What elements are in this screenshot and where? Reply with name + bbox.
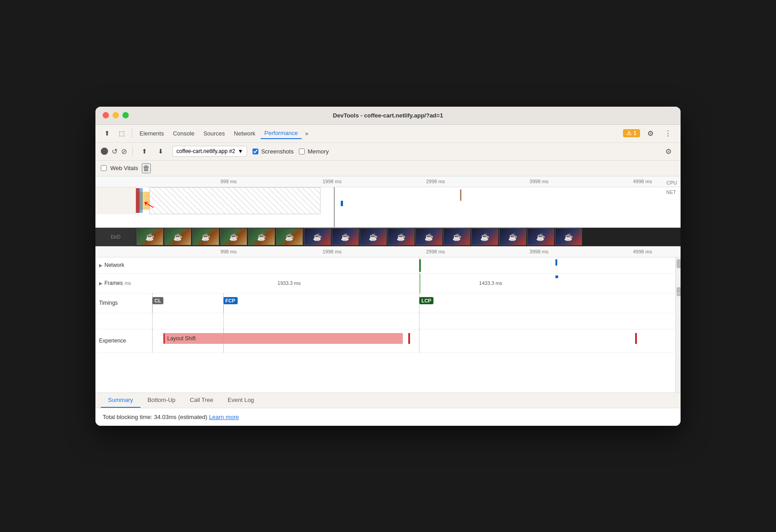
blocking-time-text: Total blocking time: 34.03ms (estimated) [103,414,208,420]
fcp-tick [223,304,224,313]
cursor-icon[interactable]: ⬆ [101,128,113,139]
screenshot-thumb-dark[interactable] [415,228,442,245]
frames-marker [555,275,558,278]
settings-icon[interactable]: ⚙ [644,127,657,140]
url-selector[interactable]: coffee-cart.netlify.app #2 ▼ [172,146,247,157]
experience-label-text: Experience [99,338,126,344]
record-button[interactable] [101,148,108,155]
alert-icon: ⚠ [627,130,632,136]
main-timeline: ▶ Network ▶ Frames ms [95,257,681,392]
tab-elements[interactable]: Elements [136,128,167,139]
upload-icon[interactable]: ⬆ [138,146,151,157]
ruler2-4998: 4998 ms [633,249,652,254]
more-options-icon[interactable]: ⋮ [661,127,675,140]
tab-call-tree[interactable]: Call Tree [183,393,221,408]
window-controls [103,112,129,118]
network-expand-icon[interactable]: ▶ [99,263,103,268]
learn-more-link[interactable]: Learn more [209,414,239,420]
fcp-tag: FCP [223,297,238,304]
timings-track-content: CL FCP LCP [136,293,681,313]
tab-event-log[interactable]: Event Log [221,393,262,408]
network-label: ▶ Network [95,262,136,268]
screenshot-thumb-dark[interactable] [304,228,331,245]
screenshot-thumb-dark[interactable] [527,228,554,245]
screenshot-thumb[interactable] [192,228,219,245]
hatched-region [149,187,320,214]
separator [132,129,132,138]
lcp-tag: LCP [419,297,433,304]
cls-tag: CL [152,297,163,304]
layout-shift-text: Layout Shift [167,335,196,342]
maximize-button[interactable] [122,112,129,118]
timeline-container: 998 ms 1998 ms 2998 ms 3998 ms 4998 ms C… [95,176,681,392]
clear-button[interactable]: ⊘ [121,147,127,156]
ruler2-3998: 3998 ms [529,249,548,254]
fcp-marker: FCP [223,297,238,304]
screenshot-thumb[interactable] [248,228,275,245]
screenshot-thumb-dark[interactable] [555,228,582,245]
ruler2-2998: 2998 ms [426,249,445,254]
bottom-content: Total blocking time: 34.03ms (estimated)… [95,408,681,426]
dropdown-arrow-icon: ▼ [238,148,243,154]
inspect-icon[interactable]: ⬚ [115,128,128,139]
tab-summary[interactable]: Summary [101,393,140,408]
main-toolbar: ⬆ ⬚ Elements Console Sources Network Per… [95,125,681,143]
screenshot-thumb-dark[interactable] [388,228,415,245]
frames-ms-unit: ms [125,280,131,286]
layout-shift-end [408,333,410,344]
tab-performance[interactable]: Performance [261,128,301,139]
performance-settings-icon[interactable]: ⚙ [662,145,675,158]
screenshot-thumb-dark[interactable] [332,228,359,245]
web-vitals-checkbox[interactable] [101,165,107,171]
screenshot-thumb[interactable] [136,228,163,245]
screenshot-thumb[interactable] [276,228,303,245]
frames-track-content: 1933.3 ms 1433.3 ms [136,274,681,293]
memory-checkbox[interactable] [299,149,305,154]
screenshot-thumb[interactable] [220,228,247,245]
experience-track-content: Layout Shift [136,329,681,352]
frames-expand-icon[interactable]: ▶ [99,281,103,286]
frames-dashed-line [419,274,420,293]
ruler2-1998: 1998 ms [322,249,341,254]
ruler-1998: 1998 ms [322,179,341,184]
timings-label: Timings [95,300,136,306]
trash-icon[interactable]: 🗑 [142,163,151,173]
more-tabs-icon[interactable]: » [303,128,310,139]
ruler-3998: 3998 ms [529,179,548,184]
screenshot-thumb-dark[interactable] [443,228,470,245]
window-title: DevTools - coffee-cart.netlify.app/?ad=1 [333,112,443,119]
exp-dashed2 [223,329,224,352]
network-track: ▶ Network [95,257,681,274]
memory-label: Memory [307,148,329,155]
network-bar2 [555,259,557,266]
frames-label-text: Frames [104,280,123,286]
empty-dashed3 [419,313,420,329]
tab-network[interactable]: Network [230,128,259,139]
minimize-button[interactable] [113,112,119,118]
empty-dashed1 [152,313,153,329]
screenshots-strip: EkID [95,228,681,247]
bottom-ruler: 998 ms 1998 ms 2998 ms 3998 ms 4998 ms [95,247,681,257]
tab-bottom-up[interactable]: Bottom-Up [140,393,183,408]
tab-sources[interactable]: Sources [200,128,229,139]
screenshot-thumb[interactable] [164,228,191,245]
net-label: NET [666,189,676,195]
separator2 [132,147,133,156]
screenshot-thumb-dark[interactable] [471,228,498,245]
layout-shift-accent [635,333,637,344]
screenshots-checkbox[interactable] [253,149,258,154]
tab-console[interactable]: Console [169,128,198,139]
reload-button[interactable]: ↺ [112,147,117,156]
cpu-label: CPU [667,180,677,185]
empty-track [95,313,681,329]
alert-count: 1 [633,130,636,136]
screenshots-checkbox-row: Screenshots [253,148,293,155]
network-track-content [136,257,681,273]
screenshot-thumb-dark[interactable] [499,228,526,245]
download-icon[interactable]: ⬇ [154,146,167,157]
screenshot-thumb-dark[interactable] [360,228,387,245]
timeline-marker-line [334,187,334,227]
close-button[interactable] [103,112,109,118]
title-bar: DevTools - coffee-cart.netlify.app/?ad=1 [95,107,681,125]
overview-area: ← NET [95,187,681,228]
